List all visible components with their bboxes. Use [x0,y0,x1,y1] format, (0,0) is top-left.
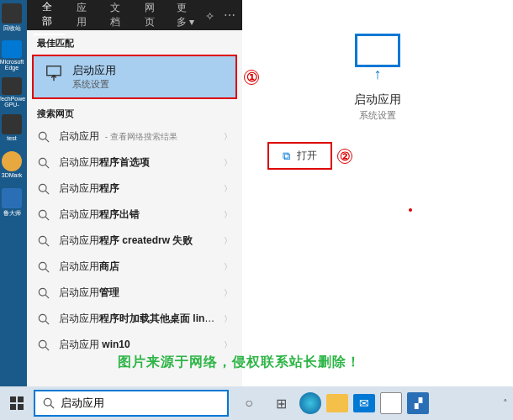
svg-point-7 [39,210,46,218]
chevron-right-icon: 〉 [224,183,232,195]
svg-line-14 [45,295,49,298]
result-text: 启动应用 win10 [59,338,215,352]
explorer-icon[interactable] [326,394,348,412]
watermark-text: 图片来源于网络，侵权联系站长删除！ [118,354,361,371]
web-result-item[interactable]: 启动应用程序出错〉 [27,202,242,228]
svg-rect-20 [18,396,24,402]
desktop-icon-gpu[interactable]: TechPowe GPU- [0,77,24,108]
svg-point-9 [39,236,46,244]
start-button[interactable] [0,386,34,420]
desktop-icon-recycle[interactable]: 回收站 [0,3,24,34]
svg-rect-19 [10,396,16,402]
result-text: 启动应用程序 createdrw 失败 [59,234,215,248]
search-icon [37,260,50,274]
best-match-subtitle: 系统设置 [72,78,116,91]
annotation-1: ① [244,70,259,85]
section-web-search: 搜索网页 [27,101,242,123]
search-preview-column: 启动应用 系统设置 ⧉ 打开 ② [242,0,513,386]
desktop-icon-ludashi[interactable]: 鲁大师 [0,188,24,218]
taskview-icon[interactable]: ⊞ [267,390,294,417]
desktop-icon-edge[interactable]: Microsoft Edge [0,40,24,71]
search-tabs: 全部 应用 文档 网页 更多 ▾ ⟡ ⋯ [27,0,242,30]
svg-point-13 [39,288,46,296]
taskbar-icons: ○ ⊞ ✉ ▞ [235,386,429,420]
svg-point-3 [39,158,46,165]
search-input[interactable] [61,397,220,410]
chevron-right-icon: 〉 [224,313,232,325]
result-text: 启动应用程序 [59,181,215,196]
tab-web[interactable]: 网页 [136,0,167,34]
web-result-item[interactable]: 启动应用 - 查看网络搜索结果〉 [27,123,242,150]
svg-rect-0 [47,66,61,76]
svg-rect-22 [18,404,24,410]
result-text: 启动应用程序时加载其他桌面 linux [59,312,215,326]
svg-line-24 [50,405,54,408]
chevron-right-icon: 〉 [224,261,232,273]
section-best-match: 最佳匹配 [27,30,242,53]
result-text: 启动应用管理 [59,286,215,300]
search-icon [37,208,50,222]
taskbar: ○ ⊞ ✉ ▞ ˄ [0,386,513,420]
svg-point-17 [39,340,46,348]
web-result-item[interactable]: 启动应用程序〉 [27,176,242,202]
tab-apps[interactable]: 应用 [68,0,99,34]
preview-title: 启动应用 [354,92,401,108]
svg-point-1 [39,132,46,139]
preview-subtitle: 系统设置 [359,109,396,122]
open-label: 打开 [297,149,317,163]
svg-point-15 [39,314,46,322]
svg-line-18 [45,347,49,350]
result-text: 启动应用商店 [59,260,215,274]
tray-chevron-up-icon[interactable]: ˄ [498,398,513,409]
taskbar-search-box[interactable] [34,390,229,417]
tab-docs[interactable]: 文档 [102,0,133,34]
desktop-icons: 回收站 Microsoft Edge TechPowe GPU- test 3D… [0,0,27,386]
web-result-item[interactable]: 启动应用管理〉 [27,280,242,306]
result-text: 启动应用 - 查看网络搜索结果 [59,129,215,144]
search-icon [37,234,50,248]
web-result-item[interactable]: 启动应用商店〉 [27,254,242,280]
chevron-right-icon: 〉 [224,235,232,247]
chevron-right-icon: 〉 [224,287,232,299]
web-results-list: 启动应用 - 查看网络搜索结果〉启动应用程序首选项〉启动应用程序〉启动应用程序出… [27,123,242,386]
web-result-item[interactable]: 启动应用程序首选项〉 [27,150,242,176]
desktop-icon-test[interactable]: test [0,114,24,144]
web-result-item[interactable]: 启动应用程序时加载其他桌面 linux〉 [27,306,242,332]
chevron-right-icon: 〉 [224,157,232,169]
startup-apps-icon [44,63,64,83]
best-match-item[interactable]: 启动应用 系统设置 ① [32,55,237,99]
windows-icon [10,396,24,410]
preview-app-icon [355,34,400,67]
search-icon [37,130,50,144]
result-text: 启动应用程序出错 [59,207,215,222]
svg-line-16 [45,321,49,324]
store-icon[interactable] [380,392,402,414]
tab-more[interactable]: 更多 ▾ [170,0,203,34]
search-icon [37,339,50,352]
open-icon: ⧉ [283,150,290,163]
open-button[interactable]: ⧉ 打开 ② [267,142,332,170]
cortana-icon[interactable]: ○ [235,390,262,417]
search-icon [37,182,50,196]
svg-line-6 [45,191,49,194]
search-icon [42,396,56,410]
annotation-2: ② [337,149,352,164]
desktop-icon-3dmark[interactable]: 3DMark [0,151,24,181]
edge-icon[interactable] [299,392,321,414]
result-text: 启动应用程序首选项 [59,155,215,170]
more-icon[interactable]: ⋯ [224,8,235,22]
web-result-item[interactable]: 启动应用程序 createdrw 失败〉 [27,228,242,254]
feedback-icon[interactable]: ⟡ [206,8,214,23]
chevron-right-icon: 〉 [224,131,232,143]
search-left-column: 全部 应用 文档 网页 更多 ▾ ⟡ ⋯ 最佳匹配 启动应用 系统设置 ① 搜索… [27,0,242,386]
svg-point-11 [39,262,46,270]
svg-line-8 [45,217,49,220]
svg-rect-21 [10,404,16,410]
svg-line-2 [45,139,49,142]
red-dot-marker [409,208,412,212]
search-icon [37,286,50,300]
svg-point-5 [39,184,46,192]
best-match-title: 启动应用 [72,63,116,78]
app-icon[interactable]: ▞ [407,392,429,414]
mail-icon[interactable]: ✉ [353,394,375,412]
